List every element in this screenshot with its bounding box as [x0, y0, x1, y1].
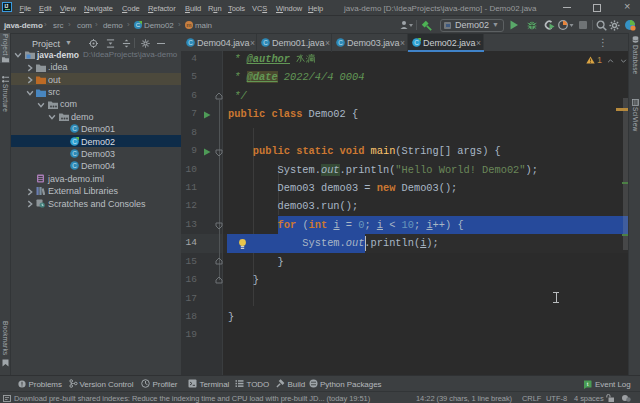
svg-text:C: C — [188, 39, 193, 46]
svg-text:C: C — [72, 125, 77, 132]
svg-text:C: C — [414, 39, 419, 46]
svg-text:C: C — [72, 162, 77, 169]
svg-text:C: C — [72, 150, 77, 157]
svg-text:m: m — [187, 22, 192, 28]
svg-text:C: C — [263, 39, 268, 46]
svg-text:C: C — [338, 39, 343, 46]
svg-text:C: C — [72, 138, 77, 145]
svg-text:C: C — [136, 22, 141, 28]
